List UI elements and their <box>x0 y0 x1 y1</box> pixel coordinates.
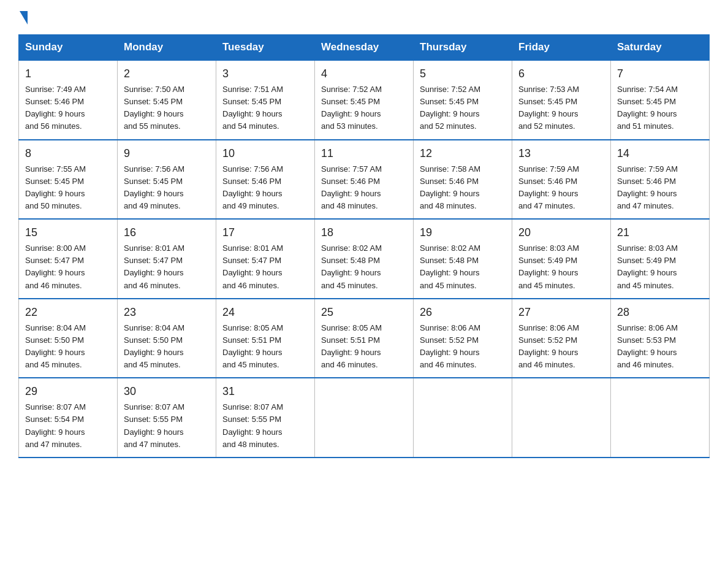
calendar-day-cell: 31 Sunrise: 8:07 AMSunset: 5:55 PMDaylig… <box>216 378 315 458</box>
calendar-day-cell <box>512 378 611 458</box>
day-number: 18 <box>321 224 407 241</box>
day-info: Sunrise: 8:06 AMSunset: 5:53 PMDaylight:… <box>617 323 678 369</box>
day-number: 23 <box>124 304 210 321</box>
calendar-day-cell: 23 Sunrise: 8:04 AMSunset: 5:50 PMDaylig… <box>118 299 216 378</box>
calendar-day-cell <box>611 378 710 458</box>
day-number: 13 <box>518 145 604 162</box>
day-info: Sunrise: 8:03 AMSunset: 5:49 PMDaylight:… <box>518 243 579 289</box>
day-info: Sunrise: 8:00 AMSunset: 5:47 PMDaylight:… <box>25 243 86 289</box>
day-number: 20 <box>518 224 604 241</box>
calendar-header-row: SundayMondayTuesdayWednesdayThursdayFrid… <box>19 35 710 61</box>
day-info: Sunrise: 7:51 AMSunset: 5:45 PMDaylight:… <box>222 85 283 131</box>
day-number: 21 <box>617 224 703 241</box>
day-info: Sunrise: 7:57 AMSunset: 5:46 PMDaylight:… <box>321 164 382 210</box>
day-number: 4 <box>321 66 407 82</box>
day-number: 28 <box>617 304 703 321</box>
calendar-day-cell: 17 Sunrise: 8:01 AMSunset: 5:47 PMDaylig… <box>216 219 315 299</box>
calendar-table: SundayMondayTuesdayWednesdayThursdayFrid… <box>18 34 710 458</box>
calendar-day-cell: 9 Sunrise: 7:56 AMSunset: 5:45 PMDayligh… <box>118 140 216 220</box>
calendar-day-cell: 8 Sunrise: 7:55 AMSunset: 5:45 PMDayligh… <box>19 140 118 220</box>
calendar-day-cell: 21 Sunrise: 8:03 AMSunset: 5:49 PMDaylig… <box>611 219 710 299</box>
day-info: Sunrise: 8:04 AMSunset: 5:50 PMDaylight:… <box>25 323 86 369</box>
calendar-day-cell: 4 Sunrise: 7:52 AMSunset: 5:45 PMDayligh… <box>315 60 414 140</box>
day-number: 24 <box>222 304 308 321</box>
day-number: 12 <box>420 145 506 162</box>
day-info: Sunrise: 8:06 AMSunset: 5:52 PMDaylight:… <box>420 323 480 369</box>
calendar-week-row: 8 Sunrise: 7:55 AMSunset: 5:45 PMDayligh… <box>19 140 710 220</box>
day-number: 11 <box>321 145 407 162</box>
calendar-day-cell: 5 Sunrise: 7:52 AMSunset: 5:45 PMDayligh… <box>414 60 512 140</box>
day-number: 22 <box>25 304 111 321</box>
day-info: Sunrise: 7:59 AMSunset: 5:46 PMDaylight:… <box>617 164 678 210</box>
day-info: Sunrise: 7:49 AMSunset: 5:46 PMDaylight:… <box>25 85 86 131</box>
day-info: Sunrise: 8:07 AMSunset: 5:55 PMDaylight:… <box>222 402 283 448</box>
day-info: Sunrise: 7:52 AMSunset: 5:45 PMDaylight:… <box>321 85 382 131</box>
day-number: 27 <box>518 304 604 321</box>
day-number: 6 <box>518 66 604 82</box>
weekday-header: Monday <box>118 35 216 61</box>
day-number: 14 <box>617 145 703 162</box>
calendar-week-row: 29 Sunrise: 8:07 AMSunset: 5:54 PMDaylig… <box>19 378 710 458</box>
day-info: Sunrise: 7:56 AMSunset: 5:46 PMDaylight:… <box>222 164 283 210</box>
day-info: Sunrise: 8:02 AMSunset: 5:48 PMDaylight:… <box>420 243 480 289</box>
day-info: Sunrise: 8:01 AMSunset: 5:47 PMDaylight:… <box>124 243 184 289</box>
calendar-day-cell: 22 Sunrise: 8:04 AMSunset: 5:50 PMDaylig… <box>19 299 118 378</box>
weekday-header: Tuesday <box>216 35 315 61</box>
calendar-day-cell: 14 Sunrise: 7:59 AMSunset: 5:46 PMDaylig… <box>611 140 710 220</box>
day-info: Sunrise: 8:04 AMSunset: 5:50 PMDaylight:… <box>124 323 184 369</box>
calendar-day-cell: 28 Sunrise: 8:06 AMSunset: 5:53 PMDaylig… <box>611 299 710 378</box>
weekday-header: Thursday <box>414 35 512 61</box>
logo <box>18 12 28 23</box>
day-info: Sunrise: 8:02 AMSunset: 5:48 PMDaylight:… <box>321 243 382 289</box>
page-header <box>18 12 710 23</box>
calendar-day-cell: 16 Sunrise: 8:01 AMSunset: 5:47 PMDaylig… <box>118 219 216 299</box>
calendar-day-cell: 1 Sunrise: 7:49 AMSunset: 5:46 PMDayligh… <box>19 60 118 140</box>
day-info: Sunrise: 7:54 AMSunset: 5:45 PMDaylight:… <box>617 85 678 131</box>
day-number: 29 <box>25 383 111 400</box>
day-number: 30 <box>124 383 210 400</box>
day-info: Sunrise: 7:55 AMSunset: 5:45 PMDaylight:… <box>25 164 86 210</box>
calendar-day-cell: 29 Sunrise: 8:07 AMSunset: 5:54 PMDaylig… <box>19 378 118 458</box>
day-number: 17 <box>222 224 308 241</box>
calendar-day-cell: 19 Sunrise: 8:02 AMSunset: 5:48 PMDaylig… <box>414 219 512 299</box>
calendar-day-cell: 10 Sunrise: 7:56 AMSunset: 5:46 PMDaylig… <box>216 140 315 220</box>
calendar-day-cell: 18 Sunrise: 8:02 AMSunset: 5:48 PMDaylig… <box>315 219 414 299</box>
calendar-day-cell: 15 Sunrise: 8:00 AMSunset: 5:47 PMDaylig… <box>19 219 118 299</box>
day-number: 16 <box>124 224 210 241</box>
day-number: 5 <box>420 66 506 82</box>
day-info: Sunrise: 7:56 AMSunset: 5:45 PMDaylight:… <box>124 164 184 210</box>
day-number: 1 <box>25 66 111 82</box>
day-info: Sunrise: 7:59 AMSunset: 5:46 PMDaylight:… <box>518 164 579 210</box>
day-number: 10 <box>222 145 308 162</box>
calendar-day-cell: 6 Sunrise: 7:53 AMSunset: 5:45 PMDayligh… <box>512 60 611 140</box>
day-number: 19 <box>420 224 506 241</box>
calendar-day-cell: 3 Sunrise: 7:51 AMSunset: 5:45 PMDayligh… <box>216 60 315 140</box>
day-number: 8 <box>25 145 111 162</box>
calendar-week-row: 22 Sunrise: 8:04 AMSunset: 5:50 PMDaylig… <box>19 299 710 378</box>
day-number: 25 <box>321 304 407 321</box>
calendar-week-row: 15 Sunrise: 8:00 AMSunset: 5:47 PMDaylig… <box>19 219 710 299</box>
calendar-day-cell: 11 Sunrise: 7:57 AMSunset: 5:46 PMDaylig… <box>315 140 414 220</box>
day-info: Sunrise: 7:53 AMSunset: 5:45 PMDaylight:… <box>518 85 579 131</box>
calendar-day-cell: 13 Sunrise: 7:59 AMSunset: 5:46 PMDaylig… <box>512 140 611 220</box>
calendar-day-cell: 25 Sunrise: 8:05 AMSunset: 5:51 PMDaylig… <box>315 299 414 378</box>
calendar-day-cell <box>414 378 512 458</box>
day-info: Sunrise: 8:01 AMSunset: 5:47 PMDaylight:… <box>222 243 283 289</box>
weekday-header: Sunday <box>19 35 118 61</box>
weekday-header: Friday <box>512 35 611 61</box>
calendar-day-cell: 27 Sunrise: 8:06 AMSunset: 5:52 PMDaylig… <box>512 299 611 378</box>
day-info: Sunrise: 7:52 AMSunset: 5:45 PMDaylight:… <box>420 85 480 131</box>
day-number: 26 <box>420 304 506 321</box>
logo-triangle-icon <box>20 11 28 25</box>
calendar-day-cell <box>315 378 414 458</box>
calendar-day-cell: 12 Sunrise: 7:58 AMSunset: 5:46 PMDaylig… <box>414 140 512 220</box>
day-info: Sunrise: 8:05 AMSunset: 5:51 PMDaylight:… <box>222 323 283 369</box>
calendar-day-cell: 24 Sunrise: 8:05 AMSunset: 5:51 PMDaylig… <box>216 299 315 378</box>
weekday-header: Wednesday <box>315 35 414 61</box>
day-info: Sunrise: 8:07 AMSunset: 5:55 PMDaylight:… <box>124 402 184 448</box>
day-number: 15 <box>25 224 111 241</box>
day-info: Sunrise: 8:03 AMSunset: 5:49 PMDaylight:… <box>617 243 678 289</box>
day-number: 2 <box>124 66 210 82</box>
day-number: 31 <box>222 383 308 400</box>
calendar-day-cell: 26 Sunrise: 8:06 AMSunset: 5:52 PMDaylig… <box>414 299 512 378</box>
